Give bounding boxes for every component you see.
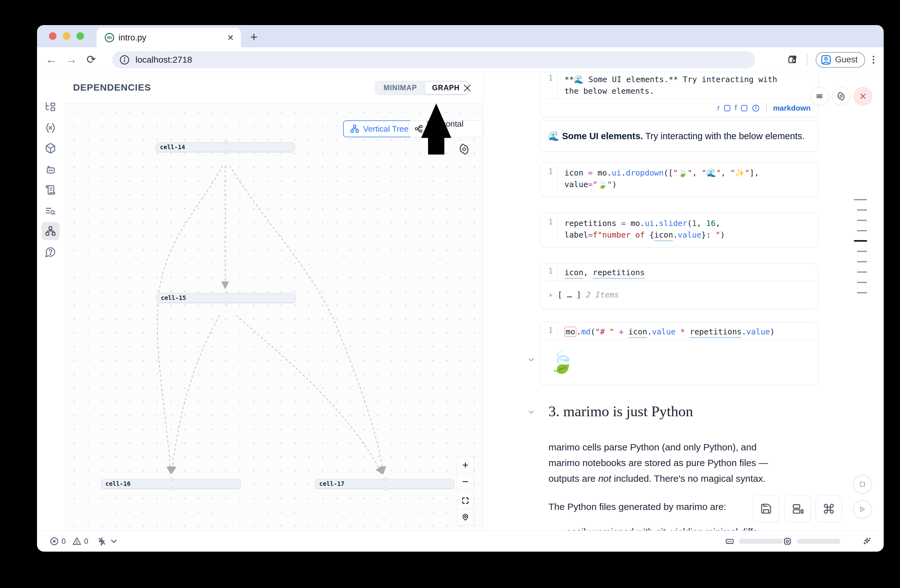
- stop-icon: [859, 481, 866, 488]
- sidebar-item-variables[interactable]: [41, 119, 60, 137]
- tab-minimap[interactable]: MINIMAP: [376, 84, 425, 92]
- toc-marker[interactable]: [857, 261, 867, 262]
- dependencies-panel: DEPENDENCIES MINIMAP GRAPH: [64, 72, 483, 530]
- traffic-light-close[interactable]: [49, 32, 56, 40]
- file-tree-icon: [45, 101, 56, 113]
- f-checkbox[interactable]: [741, 105, 747, 111]
- runtime-mode-indicator[interactable]: [97, 531, 118, 552]
- r-checkbox[interactable]: [724, 105, 730, 111]
- browser-tab[interactable]: m intro.py ✕: [96, 28, 241, 47]
- graph-node-cell-16[interactable]: cell-16 icon, repetitions: [101, 479, 241, 489]
- zoom-in-button[interactable]: +: [457, 456, 474, 473]
- forward-icon[interactable]: →: [66, 54, 77, 65]
- scroll-icon: [45, 184, 56, 196]
- list-search-icon: [45, 205, 56, 216]
- new-tab-button[interactable]: +: [250, 30, 258, 44]
- toc-marker-active[interactable]: [854, 240, 867, 241]
- dropdown-code-cell[interactable]: 1 icon = mo.ui.dropdown(["🍃", "🌊", "✨"],…: [540, 162, 818, 197]
- output-bold-text: 🌊 Some UI elements.: [548, 131, 643, 141]
- markdown-source-cell[interactable]: 1 **🌊 Some UI elements.** Try interactin…: [540, 72, 818, 117]
- cpu-usage[interactable]: [783, 531, 840, 552]
- layout-toggle-button[interactable]: [785, 495, 811, 522]
- locate-button[interactable]: [457, 509, 474, 526]
- warning-count: 0: [84, 537, 88, 546]
- toc-marker[interactable]: [853, 199, 867, 200]
- play-icon: [858, 505, 866, 514]
- robot-icon: [45, 164, 56, 175]
- sidebar-item-help[interactable]: [41, 243, 60, 261]
- graph-node-cell-17[interactable]: cell-17 mo.md("# " + icon.value * repeti…: [315, 479, 455, 489]
- toc-marker[interactable]: [857, 282, 867, 283]
- graph-node-cell-15[interactable]: cell-15 repetitions = mo.ui.slider(1, 16…: [157, 293, 296, 303]
- sidebar-item-packages[interactable]: [41, 139, 60, 157]
- zoom-out-button[interactable]: −: [457, 473, 474, 490]
- slider-code-cell[interactable]: 1 repetitions = mo.ui.slider(1, 16, labe…: [540, 213, 818, 247]
- graph-canvas[interactable]: cell-14 icon = mo.ui.dropdown(["🍃", "🌊",…: [64, 104, 483, 530]
- save-icon: [760, 503, 772, 515]
- warnings-indicator[interactable]: 0: [72, 531, 88, 552]
- warning-triangle-icon: [72, 537, 82, 546]
- cell-settings-button[interactable]: [832, 87, 850, 105]
- ai-assistant-button[interactable]: [862, 531, 872, 552]
- code-line: repetitions = mo.ui.slider(1, 16,: [565, 218, 725, 229]
- tab-search-icon[interactable]: [787, 54, 799, 65]
- code-line: the below elements.: [565, 85, 777, 97]
- address-bar[interactable]: localhost:2718: [112, 51, 755, 68]
- vertical-tree-button[interactable]: Vertical Tree: [343, 120, 416, 137]
- md-code-cell[interactable]: 1 mo.md("# " + icon.value * repetitions.…: [540, 322, 818, 385]
- view-switcher: MINIMAP GRAPH: [375, 80, 469, 95]
- markdown-output-cell: 🌊 Some UI elements. Try interacting with…: [540, 120, 818, 152]
- tab-close-icon[interactable]: ✕: [227, 33, 234, 43]
- reload-icon[interactable]: ⟳: [87, 54, 96, 65]
- cpu-progress-bar: [796, 539, 840, 544]
- section-collapse-chevron[interactable]: [527, 408, 535, 418]
- panel-close-icon[interactable]: [460, 81, 474, 95]
- content-area: DEPENDENCIES MINIMAP GRAPH: [37, 72, 884, 530]
- code-line: **🌊 Some UI elements.** Try interacting …: [565, 74, 777, 85]
- graph-edges: [64, 104, 483, 530]
- toc-marker[interactable]: [857, 292, 867, 293]
- cell-menu-button[interactable]: [810, 87, 829, 105]
- language-label[interactable]: markdown: [773, 104, 811, 113]
- errors-indicator[interactable]: 0: [50, 531, 65, 552]
- traffic-light-maximize[interactable]: [76, 32, 84, 40]
- close-x-icon: [859, 92, 867, 101]
- sidebar-item-dependencies[interactable]: [41, 222, 60, 240]
- vertical-tree-icon: [350, 124, 359, 133]
- graph-node-cell-14[interactable]: cell-14 icon = mo.ui.dropdown(["🍃", "🌊",…: [155, 142, 295, 152]
- sidebar-item-ai-assistant[interactable]: [41, 160, 60, 178]
- sidebar-item-logs[interactable]: [41, 201, 60, 220]
- toc-marker[interactable]: [857, 220, 867, 221]
- toc-marker[interactable]: [857, 251, 867, 252]
- toc-marker[interactable]: [857, 230, 867, 231]
- node-title: cell-16: [101, 479, 240, 489]
- profile-button[interactable]: Guest: [816, 52, 865, 68]
- toc-marker[interactable]: [857, 209, 867, 210]
- toc-marker[interactable]: [857, 271, 867, 273]
- sidebar-item-snippets[interactable]: [41, 181, 60, 199]
- output-collapse-chevron[interactable]: [527, 356, 535, 365]
- site-info-icon[interactable]: [119, 54, 130, 65]
- save-button[interactable]: [753, 495, 779, 522]
- run-all-button[interactable]: [853, 500, 872, 519]
- keyboard-shortcuts-button[interactable]: [816, 495, 842, 522]
- sidebar-item-file-tree[interactable]: [41, 98, 60, 116]
- collection-output[interactable]: › [ … ] 2 Items: [548, 290, 619, 299]
- browser-toolbar: ← → ⟳ localhost:2718 Guest: [37, 47, 884, 72]
- graph-settings-icon[interactable]: [458, 144, 470, 156]
- leaf-output-emoji: 🍃: [549, 350, 574, 374]
- fit-view-button[interactable]: [457, 492, 474, 509]
- shutdown-button[interactable]: [854, 87, 872, 105]
- hamburger-icon: [815, 92, 824, 101]
- back-icon[interactable]: ←: [46, 54, 57, 65]
- cell-info-icon[interactable]: [752, 104, 760, 112]
- panel-title: DEPENDENCIES: [73, 82, 151, 93]
- chevron-down-icon: [109, 537, 118, 546]
- interrupt-button[interactable]: [853, 475, 872, 494]
- browser-menu-icon[interactable]: [873, 56, 874, 63]
- cpu-icon: [783, 537, 792, 546]
- pair-code-cell[interactable]: 1 icon, repetitions › [ … ] 2 Items: [540, 263, 818, 309]
- memory-usage[interactable]: [725, 531, 783, 552]
- code-line: label=f"number of {icon.value}: "): [565, 229, 725, 241]
- traffic-light-minimize[interactable]: [63, 32, 70, 40]
